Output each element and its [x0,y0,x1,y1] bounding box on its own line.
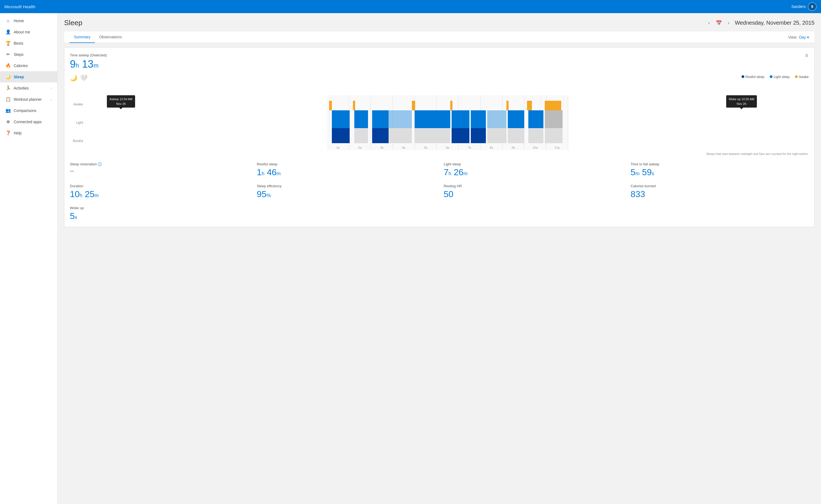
sidebar-item-connected-apps[interactable]: ⊕ Connected apps [0,116,57,127]
calories-burned-value: 833 [631,189,809,199]
y-label-light: Light [70,121,83,125]
resting-hr-label: Resting HR [444,184,622,188]
svg-text:9a: 9a [512,146,515,149]
sleep-chart-svg: 1a 2a 3a 4a 5a 6a 7a 8a 9a 10a 11a [86,95,809,150]
calories-icon: 🔥 [5,63,10,68]
svg-text:3a: 3a [380,146,384,149]
duration-label: Duration [70,184,248,188]
home-icon: ⌂ [5,18,10,23]
sidebar-item-home[interactable]: ⌂ Home [0,15,57,26]
user-avatar[interactable]: 9 [808,2,817,11]
svg-rect-32 [332,110,350,128]
sidebar-item-label-activities: Activities [14,86,29,90]
stat-duration: Duration 10h 25m [70,184,248,199]
sidebar-item-sleep[interactable]: 🌙 Sleep [0,71,57,82]
time-asleep-label: Time asleep (Detected) [70,53,107,57]
svg-rect-53 [545,128,562,143]
sidebar-item-label-connected-apps: Connected apps [14,120,42,124]
date-navigation: ‹ 📅 › Wednesday, November 25, 2015 [707,19,814,27]
svg-rect-40 [508,110,524,128]
tabs-left: Summary Observations [70,31,126,43]
delete-button[interactable]: 🗑 [805,53,809,57]
restful-sleep-value: 1h 46m [257,167,435,177]
svg-rect-51 [508,128,524,143]
svg-rect-28 [450,101,452,110]
calendar-icon[interactable]: 📅 [714,19,724,27]
svg-rect-43 [332,128,350,143]
hours-unit: h [76,62,79,69]
svg-rect-52 [528,128,543,143]
current-date: Wednesday, November 25, 2015 [735,20,814,26]
svg-text:2a: 2a [358,146,362,149]
sidebar-item-calories[interactable]: 🔥 Calories [0,60,57,71]
tab-observations[interactable]: Observations [95,31,126,43]
svg-rect-36 [415,110,450,128]
sidebar-item-label-sleep: Sleep [14,75,24,79]
chart-footnote: Sleeps that start between midnight and 5… [70,152,809,155]
sidebar-item-about-me[interactable]: 👤 About me [0,26,57,38]
stats-grid: Sleep restoration i -- Restful sleep 1h … [70,162,809,221]
chart-legend: Restful sleep Light sleep Awake [742,75,809,79]
main-content: Sleep ‹ 📅 › Wednesday, November 25, 2015… [57,13,821,504]
sidebar: ⌂ Home 👤 About me 🏆 Bests ✏ Steps 🔥 Calo… [0,13,57,504]
sidebar-item-steps[interactable]: ✏ Steps [0,49,57,60]
legend-light: Light sleep [770,75,790,79]
info-icon[interactable]: i [98,162,102,166]
svg-rect-46 [389,128,412,143]
legend-awake-label: Awake [799,75,809,79]
sleep-efficiency-value: 95% [257,189,435,199]
sidebar-item-help[interactable]: ❓ Help [0,127,57,139]
sleep-restoration-label: Sleep restoration i [70,162,248,166]
restful-sleep-label: Restful sleep [257,162,435,166]
sleep-time-section: Time asleep (Detected) 9h 13m [70,53,107,70]
stat-woke-up: Woke up 5x [70,206,248,221]
svg-rect-38 [471,110,486,128]
view-value[interactable]: Day ▾ [799,35,809,39]
prev-date-button[interactable]: ‹ [707,19,711,27]
sleep-chart-container: Asleep 12:54 AMNov 26 Woke up 10:35 AMNo… [70,95,809,150]
svg-rect-49 [471,128,486,143]
time-to-fall-asleep-value: 5m 59s [631,167,809,177]
sidebar-item-workout-planner[interactable]: 📋 Workout planner › [0,94,57,105]
tabs-bar: Summary Observations View: Day ▾ [64,31,814,43]
stat-resting-hr: Resting HR 50 [444,184,622,199]
y-label-restful: Restful [70,139,83,143]
next-date-button[interactable]: › [726,19,731,27]
bests-icon: 🏆 [5,41,10,46]
sidebar-item-label-comparisons: Comparisons [14,108,36,113]
sidebar-item-label-help: Help [14,131,22,135]
sidebar-item-bests[interactable]: 🏆 Bests [0,38,57,49]
view-selector[interactable]: View: Day ▾ [788,32,809,43]
stat-sleep-restoration: Sleep restoration i -- [70,162,248,177]
light-sleep-label: Light sleep [444,162,622,166]
time-to-fall-asleep-label: Time to fall asleep [631,162,809,166]
svg-rect-44 [354,128,368,143]
svg-rect-37 [452,110,469,128]
calories-burned-label: Calories burned [631,184,809,188]
stat-sleep-efficiency: Sleep efficiency 95% [257,184,435,199]
svg-rect-48 [452,128,469,143]
connected-apps-icon: ⊕ [5,119,10,124]
sidebar-item-label-workout-planner: Workout planner [14,97,42,102]
sidebar-item-label-steps: Steps [14,52,24,57]
moon-icon[interactable]: 🌙 [70,74,77,82]
chevron-icon: › [51,98,52,101]
sidebar-item-comparisons[interactable]: 👥 Comparisons [0,105,57,116]
stat-time-to-fall-asleep: Time to fall asleep 5m 59s [631,162,809,177]
sidebar-item-activities[interactable]: 🏃 Activities › [0,82,57,94]
legend-restful: Restful sleep [742,75,764,79]
heart-icon[interactable]: 🤍 [80,74,87,82]
sleep-efficiency-label: Sleep efficiency [257,184,435,188]
time-hours: 9 [70,58,76,70]
svg-rect-27 [412,101,415,110]
sidebar-item-label-home: Home [14,19,24,23]
woke-up-label: Woke up [70,206,248,210]
light-sleep-value: 7h 26m [444,167,622,177]
legend-restful-label: Restful sleep [745,75,764,79]
svg-rect-25 [329,101,332,110]
resting-hr-value: 50 [444,189,622,199]
svg-rect-50 [487,128,506,143]
svg-rect-39 [487,110,506,128]
tab-summary[interactable]: Summary [70,31,95,43]
user-area: Sanders 9 [791,2,817,11]
